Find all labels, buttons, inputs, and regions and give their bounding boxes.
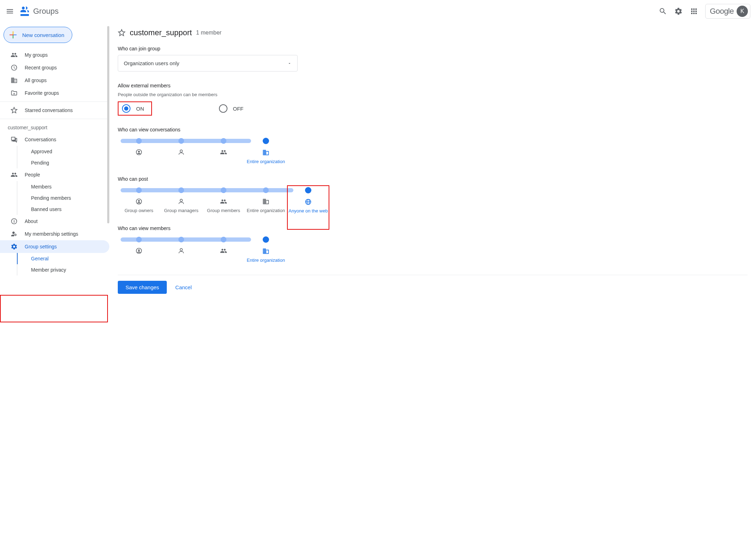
- person-icon: [178, 247, 185, 254]
- gear-icon: [674, 7, 683, 16]
- radio-on[interactable]: ON: [118, 102, 148, 115]
- gear-icon: [11, 243, 18, 250]
- svg-point-4: [180, 150, 183, 152]
- avatar[interactable]: K: [737, 6, 748, 17]
- group-icon: [220, 198, 227, 205]
- menu-button[interactable]: [6, 7, 14, 16]
- owner-icon: [135, 149, 142, 156]
- chat-icon: [11, 136, 18, 143]
- post-slider[interactable]: Group owners Group managers Group member…: [118, 187, 748, 214]
- header: Groups Google K: [0, 0, 756, 23]
- person-gear-icon: [11, 230, 18, 237]
- svg-point-7: [180, 199, 183, 202]
- people-icon: [11, 51, 18, 58]
- view-conv-slider[interactable]: Entire organization: [118, 138, 748, 165]
- logo[interactable]: Groups: [19, 6, 59, 17]
- apps-icon: [690, 7, 698, 16]
- sidebar: New conversation My groups Recent groups…: [0, 23, 109, 551]
- org-icon: [262, 248, 269, 255]
- star-icon: [11, 107, 18, 114]
- cancel-button[interactable]: Cancel: [175, 284, 192, 290]
- sidebar-item-group-settings[interactable]: Group settings: [0, 240, 109, 253]
- member-count: 1 member: [196, 30, 221, 36]
- owner-icon: [135, 247, 142, 254]
- svg-point-13: [180, 248, 183, 251]
- group-icon: [220, 149, 227, 156]
- group-icon: [220, 247, 227, 254]
- search-icon: [659, 7, 667, 16]
- view-members-label: Who can view members: [118, 225, 748, 231]
- join-value: Organization users only: [124, 60, 179, 66]
- post-label: Who can post: [118, 176, 748, 182]
- settings-button[interactable]: [674, 7, 683, 16]
- svg-point-6: [138, 200, 140, 202]
- external-label: Allow external members: [118, 83, 748, 88]
- svg-point-12: [138, 249, 140, 251]
- sidebar-item-my-groups[interactable]: My groups: [0, 49, 109, 61]
- group-label: customer_support: [0, 121, 109, 133]
- sidebar-sub-general[interactable]: General: [0, 253, 109, 264]
- sidebar-item-favorite-groups[interactable]: Favorite groups: [0, 87, 109, 99]
- clock-icon: [11, 64, 18, 71]
- sidebar-item-all-groups[interactable]: All groups: [0, 74, 109, 87]
- page-title: customer_support: [130, 28, 192, 37]
- star-toggle[interactable]: [118, 29, 126, 37]
- chevron-down-icon: [287, 61, 292, 66]
- external-desc: People outside the organization can be m…: [118, 92, 748, 97]
- main-content: customer_support 1 member Who can join g…: [109, 23, 756, 551]
- highlight-annotation: [0, 295, 108, 322]
- svg-point-3: [138, 151, 140, 153]
- highlight-annotation: ON: [118, 101, 152, 116]
- sidebar-sub-pending-members[interactable]: Pending members: [0, 192, 109, 204]
- owner-icon: [135, 198, 142, 205]
- sidebar-item-people[interactable]: People: [0, 168, 109, 181]
- sidebar-sub-privacy[interactable]: Member privacy: [0, 264, 109, 276]
- menu-icon: [6, 7, 14, 16]
- org-icon: [262, 149, 269, 156]
- app-name: Groups: [33, 7, 59, 16]
- view-members-slider[interactable]: Entire organization: [118, 237, 748, 264]
- people-icon: [11, 171, 18, 178]
- folder-star-icon: [11, 89, 18, 97]
- view-conv-label: Who can view conversations: [118, 127, 748, 132]
- plus-icon: [9, 31, 17, 39]
- save-button[interactable]: Save changes: [118, 281, 167, 294]
- svg-rect-0: [20, 14, 29, 16]
- groups-logo-icon: [19, 6, 30, 17]
- radio-off[interactable]: OFF: [215, 101, 247, 116]
- apps-button[interactable]: [690, 7, 698, 16]
- sidebar-sub-members[interactable]: Members: [0, 181, 109, 192]
- sidebar-sub-banned[interactable]: Banned users: [0, 204, 109, 215]
- sidebar-item-membership[interactable]: My membership settings: [0, 228, 109, 240]
- join-dropdown[interactable]: Organization users only: [118, 55, 298, 72]
- sidebar-item-conversations[interactable]: Conversations: [0, 133, 109, 146]
- new-conversation-button[interactable]: New conversation: [4, 27, 72, 43]
- sidebar-item-about[interactable]: About: [0, 215, 109, 228]
- new-conversation-label: New conversation: [22, 32, 64, 38]
- sidebar-sub-pending[interactable]: Pending: [0, 157, 109, 168]
- radio-icon-checked: [122, 104, 130, 113]
- search-button[interactable]: [659, 7, 667, 16]
- account-badge[interactable]: Google K: [705, 4, 750, 19]
- org-icon: [262, 198, 269, 205]
- person-icon: [178, 149, 185, 156]
- sidebar-item-starred[interactable]: Starred conversations: [0, 104, 109, 117]
- sidebar-sub-approved[interactable]: Approved: [0, 146, 109, 157]
- radio-icon-unchecked: [219, 104, 227, 113]
- join-label: Who can join group: [118, 46, 748, 51]
- person-icon: [178, 198, 185, 205]
- brand-label: Google: [710, 7, 734, 16]
- info-icon: [11, 218, 18, 225]
- domain-icon: [11, 77, 18, 84]
- sidebar-item-recent-groups[interactable]: Recent groups: [0, 61, 109, 74]
